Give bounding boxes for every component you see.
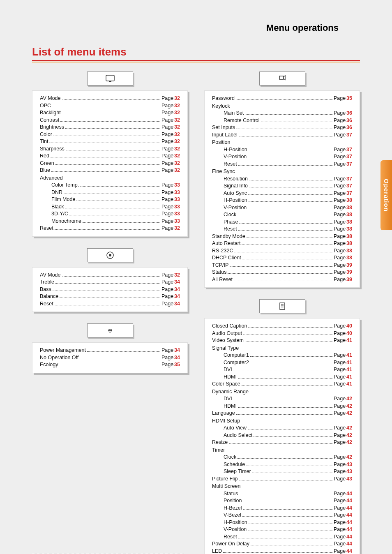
page-number[interactable]: 32 (174, 160, 180, 167)
page-number[interactable]: 36 (346, 117, 352, 125)
page-number[interactable]: 41 (346, 337, 352, 344)
page-number[interactable]: 39 (346, 262, 352, 269)
page-number[interactable]: 34 (174, 347, 180, 354)
menu-row-label: H-Position (224, 146, 247, 154)
page-number[interactable]: 42 (346, 395, 352, 403)
menu-row-label: Brightness (40, 124, 64, 131)
page-number[interactable]: 41 (346, 352, 352, 359)
page-number[interactable]: 34 (174, 279, 180, 286)
page-word: Page (161, 124, 173, 131)
menu-row-label: Red (40, 152, 49, 160)
page-number[interactable]: 38 (346, 219, 352, 226)
page-number[interactable]: 32 (174, 225, 180, 232)
page-number[interactable]: 42 (346, 439, 352, 446)
leader-dots (60, 294, 160, 298)
leader-dots (238, 534, 332, 538)
page-number[interactable]: 32 (174, 117, 180, 124)
page-number[interactable]: 37 (346, 190, 352, 197)
menu-row: All Reset Page 39 (212, 276, 352, 284)
menu-row-label: Reset (224, 533, 237, 541)
menu-row-label: All Reset (212, 276, 233, 284)
page-word: Page (161, 117, 173, 124)
page-number[interactable]: 32 (174, 102, 180, 110)
page-word: Page (334, 425, 346, 432)
page-number[interactable]: 34 (174, 286, 180, 293)
page-number[interactable]: 42 (346, 403, 352, 410)
page-number[interactable]: 34 (174, 293, 180, 300)
page-number[interactable]: 44 (346, 490, 352, 498)
page-number[interactable]: 32 (174, 152, 180, 160)
page-number[interactable]: 33 (174, 189, 180, 196)
page-number[interactable]: 33 (174, 196, 180, 203)
page-number[interactable]: 43 (346, 468, 352, 476)
page-number[interactable]: 44 (346, 533, 352, 541)
page-number[interactable]: 38 (346, 204, 352, 212)
page-number[interactable]: 42 (346, 454, 352, 461)
page-number[interactable]: 32 (174, 272, 180, 279)
page-word: Page (334, 182, 346, 190)
page-number[interactable]: 34 (174, 300, 180, 308)
page-number[interactable]: 42 (346, 410, 352, 417)
page-number[interactable]: 32 (174, 138, 180, 145)
page-number[interactable]: 43 (346, 461, 352, 469)
leader-dots (248, 154, 332, 158)
page-word: Page (161, 286, 173, 293)
page-number[interactable]: 32 (174, 109, 180, 117)
page-number[interactable]: 38 (346, 226, 352, 233)
leader-dots (69, 211, 160, 215)
page-number[interactable]: 38 (346, 233, 352, 240)
page-number[interactable]: 42 (346, 425, 352, 432)
page-number[interactable]: 37 (346, 161, 352, 168)
page-number[interactable]: 37 (346, 132, 352, 139)
leader-dots (243, 506, 332, 510)
page-number[interactable]: 38 (346, 240, 352, 247)
page-number[interactable]: 33 (174, 203, 180, 211)
page-number[interactable]: 39 (346, 276, 352, 284)
page-number[interactable]: 34 (174, 354, 180, 362)
page-number[interactable]: 40 (346, 330, 352, 337)
page-number[interactable]: 44 (346, 505, 352, 512)
page-number[interactable]: 40 (346, 323, 352, 330)
page-number[interactable]: 44 (346, 540, 352, 548)
page-number[interactable]: 37 (346, 146, 352, 154)
page-number[interactable]: 42 (346, 432, 352, 439)
page-number[interactable]: 38 (346, 197, 352, 204)
picture-icon (87, 72, 133, 85)
page-number[interactable]: 41 (346, 359, 352, 367)
page-number[interactable]: 37 (346, 153, 352, 161)
menu-row-label: Input Label (212, 132, 238, 139)
page-number[interactable]: 44 (346, 548, 352, 554)
page-word: Page (334, 247, 346, 255)
menu-row-label: Resize (212, 439, 228, 446)
page-number[interactable]: 33 (174, 210, 180, 218)
page-number[interactable]: 38 (346, 211, 352, 219)
page-number[interactable]: 39 (346, 269, 352, 276)
page-number[interactable]: 41 (346, 381, 352, 388)
page-number[interactable]: 36 (346, 110, 352, 117)
page-number[interactable]: 33 (174, 182, 180, 189)
page-number[interactable]: 38 (346, 247, 352, 255)
page-number[interactable]: 35 (174, 361, 180, 369)
page-number[interactable]: 43 (346, 476, 352, 483)
page-number[interactable]: 32 (174, 95, 180, 102)
page-number[interactable]: 41 (346, 366, 352, 374)
page-number[interactable]: 37 (346, 175, 352, 183)
page-word: Page (161, 145, 173, 153)
menu-row-label: Position (224, 497, 242, 505)
menu-row-label: Remote Control (224, 117, 260, 125)
page-number[interactable]: 44 (346, 526, 352, 533)
page-number[interactable]: 32 (174, 124, 180, 131)
page-number[interactable]: 32 (174, 131, 180, 138)
page-number[interactable]: 33 (174, 218, 180, 225)
page-number[interactable]: 44 (346, 497, 352, 505)
menu-row-label: No Operation Off (40, 354, 78, 362)
page-number[interactable]: 35 (346, 95, 352, 102)
page-number[interactable]: 41 (346, 374, 352, 381)
page-number[interactable]: 36 (346, 124, 352, 132)
page-number[interactable]: 32 (174, 145, 180, 153)
page-number[interactable]: 37 (346, 182, 352, 190)
page-number[interactable]: 44 (346, 512, 352, 519)
page-number[interactable]: 38 (346, 254, 352, 262)
page-number[interactable]: 44 (346, 519, 352, 526)
page-number[interactable]: 32 (174, 167, 180, 174)
